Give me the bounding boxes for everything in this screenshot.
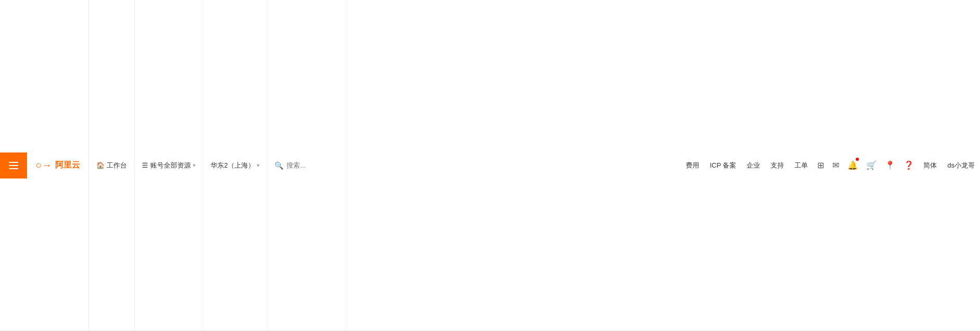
account-icon: ☰ bbox=[142, 161, 148, 169]
logo-icon: ○→ bbox=[35, 159, 52, 171]
nav-lang[interactable]: 简体 bbox=[918, 152, 942, 179]
nav-notification-icon[interactable]: 🔔 bbox=[843, 152, 862, 179]
workbench-label: 工作台 bbox=[107, 161, 127, 170]
nav-ticket[interactable]: 工单 bbox=[789, 152, 813, 179]
nav-fee[interactable]: 费用 bbox=[681, 152, 704, 179]
notification-dot bbox=[856, 158, 859, 161]
nav-apps-icon[interactable]: ⊞ bbox=[813, 152, 828, 179]
nav-region[interactable]: 华东2（上海） ▾ bbox=[203, 0, 267, 330]
nav-cart-icon[interactable]: 🛒 bbox=[862, 152, 881, 179]
search-area[interactable]: 🔍 bbox=[267, 0, 346, 330]
nav-help-icon[interactable]: ❓ bbox=[899, 152, 918, 179]
nav-workbench[interactable]: 🏠 工作台 bbox=[89, 0, 135, 330]
hamburger-icon bbox=[9, 162, 18, 169]
nav-icp[interactable]: ICP 备案 bbox=[704, 152, 741, 179]
nav-email-icon[interactable]: ✉ bbox=[828, 152, 843, 179]
account-label: 账号全部资源 bbox=[150, 161, 191, 170]
home-icon: 🏠 bbox=[96, 161, 104, 169]
account-arrow-icon: ▾ bbox=[193, 162, 195, 168]
search-input[interactable] bbox=[286, 161, 338, 169]
top-nav: ○→ 阿里云 🏠 工作台 ☰ 账号全部资源 ▾ 华东2（上海） ▾ 🔍 费用 I… bbox=[0, 0, 980, 331]
logo-area: ○→ 阿里云 bbox=[27, 0, 89, 330]
logo-text: 阿里云 bbox=[55, 160, 80, 171]
search-icon: 🔍 bbox=[275, 161, 283, 170]
nav-enterprise[interactable]: 企业 bbox=[741, 152, 765, 179]
region-arrow-icon: ▾ bbox=[257, 162, 259, 168]
nav-location-icon[interactable]: 📍 bbox=[881, 152, 899, 179]
user-name[interactable]: ds小龙哥 bbox=[942, 161, 980, 170]
nav-support[interactable]: 支持 bbox=[765, 152, 789, 179]
nav-account[interactable]: ☰ 账号全部资源 ▾ bbox=[135, 0, 203, 330]
nav-right: 费用 ICP 备案 企业 支持 工单 ⊞ ✉ 🔔 🛒 📍 ❓ 简体 ds小龙哥 bbox=[681, 152, 980, 179]
region-label: 华东2（上海） bbox=[211, 161, 255, 170]
hamburger-button[interactable] bbox=[0, 152, 27, 179]
